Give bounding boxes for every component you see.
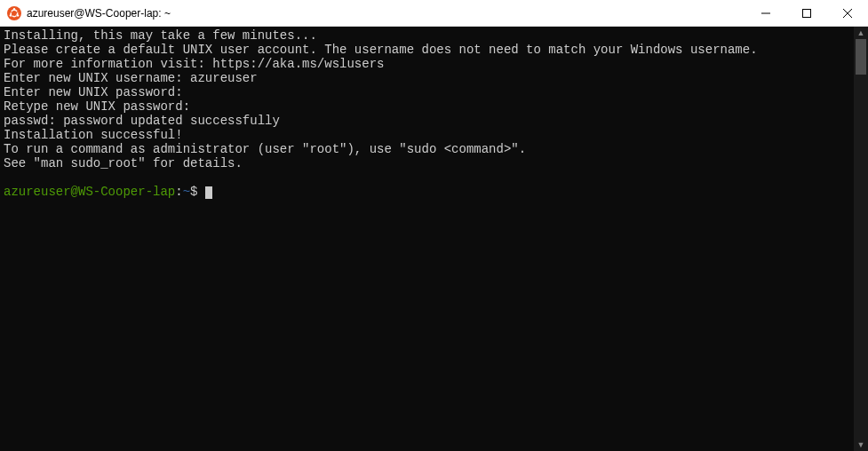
prompt-userhost: azureuser@WS-Cooper-lap <box>4 185 175 199</box>
minimize-button[interactable] <box>745 0 786 27</box>
terminal-container: Installing, this may take a few minutes.… <box>0 27 868 451</box>
terminal-line: Enter new UNIX password: <box>4 85 183 99</box>
close-button[interactable] <box>827 0 868 27</box>
terminal-line: Installing, this may take a few minutes.… <box>4 28 317 43</box>
prompt-path: ~ <box>183 185 190 199</box>
cursor <box>205 186 212 199</box>
terminal-line: passwd: password updated successfully <box>4 114 280 128</box>
prompt-symbol: $ <box>190 185 197 199</box>
ubuntu-icon <box>7 6 21 20</box>
terminal-line: Installation successful! <box>4 128 183 142</box>
maximize-button[interactable] <box>786 0 827 27</box>
prompt-colon: : <box>175 185 182 199</box>
scrollbar-up-icon[interactable]: ▲ <box>854 27 868 39</box>
titlebar-controls <box>745 0 868 27</box>
scrollbar[interactable]: ▲ ▼ <box>854 27 868 451</box>
window-title: azureuser@WS-Cooper-lap: ~ <box>27 7 171 20</box>
titlebar: azureuser@WS-Cooper-lap: ~ <box>0 0 868 27</box>
scrollbar-down-icon[interactable]: ▼ <box>854 439 868 451</box>
terminal-line: Please create a default UNIX user accoun… <box>4 43 758 57</box>
terminal-line: See "man sudo_root" for details. <box>4 156 243 170</box>
terminal[interactable]: Installing, this may take a few minutes.… <box>0 27 854 451</box>
svg-rect-4 <box>803 9 811 17</box>
terminal-line: Retype new UNIX password: <box>4 99 190 114</box>
terminal-line: For more information visit: https://aka.… <box>4 57 384 71</box>
scrollbar-thumb[interactable] <box>856 39 866 75</box>
terminal-line: To run a command as administrator (user … <box>4 142 526 156</box>
terminal-line: Enter new UNIX username: azureuser <box>4 71 258 85</box>
titlebar-left: azureuser@WS-Cooper-lap: ~ <box>0 6 745 20</box>
